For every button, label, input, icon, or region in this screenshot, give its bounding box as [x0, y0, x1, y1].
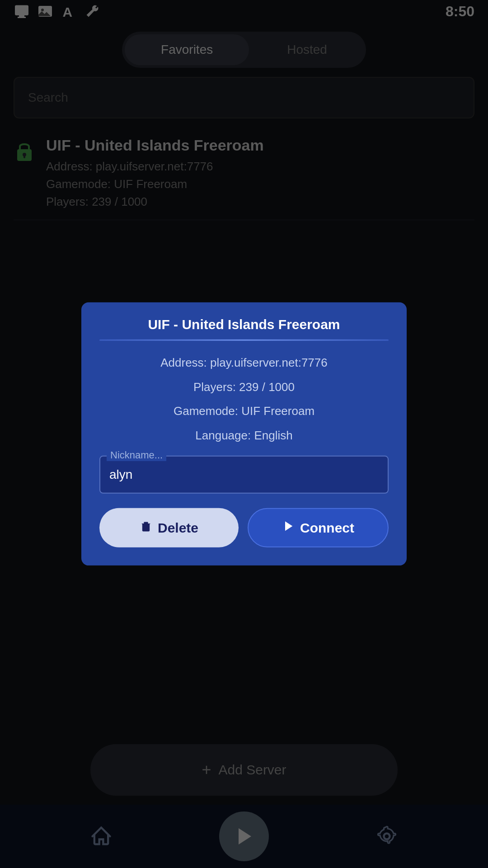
nickname-input[interactable] — [99, 456, 389, 494]
modal-title: UIF - United Islands Freeroam — [99, 317, 389, 332]
svg-marker-12 — [285, 522, 292, 531]
play-triangle-icon — [282, 520, 295, 536]
nickname-label: Nickname... — [107, 449, 166, 461]
modal-players: Players: 239 / 1000 — [99, 377, 389, 396]
server-modal: UIF - United Islands Freeroam Address: p… — [81, 302, 407, 566]
modal-address: Address: play.uifserver.net:7776 — [99, 354, 389, 373]
modal-gamemode: Gamemode: UIF Freeroam — [99, 402, 389, 421]
connect-label: Connect — [300, 520, 354, 536]
modal-buttons: Delete Connect — [99, 508, 389, 547]
modal-divider — [99, 340, 389, 341]
svg-rect-11 — [142, 524, 150, 524]
modal-language: Language: English — [99, 426, 389, 445]
delete-icon — [140, 520, 152, 536]
delete-button[interactable]: Delete — [99, 508, 239, 547]
nickname-wrapper: Nickname... — [99, 456, 389, 494]
delete-label: Delete — [158, 520, 198, 536]
connect-button[interactable]: Connect — [248, 508, 389, 547]
